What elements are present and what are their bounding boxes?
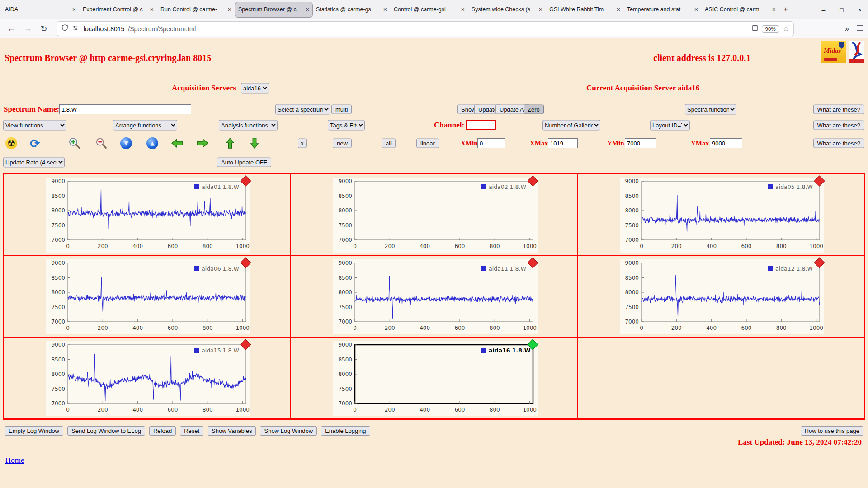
xmin-input[interactable]	[477, 138, 505, 148]
arrange-functions-dropdown[interactable]: Arrange functions	[113, 120, 177, 131]
svg-text:1000: 1000	[236, 407, 250, 413]
bookmark-star-icon[interactable]: ☆	[783, 25, 789, 33]
multi-button[interactable]: multi	[331, 105, 352, 114]
spectrum-plot: 7000750080008500900002004006008001000aid…	[333, 259, 538, 334]
browser-tab[interactable]: ASIC Control @ carm×	[702, 2, 779, 17]
tab-close-icon[interactable]: ×	[383, 6, 387, 13]
functions-row: View functions Arrange functions Analysi…	[0, 117, 868, 133]
radiation-icon[interactable]: ☢	[5, 137, 17, 149]
url-bar[interactable]: localhost:8015/Spectrum/Spectrum.tml 90%…	[57, 22, 793, 36]
tab-close-icon[interactable]: ×	[228, 6, 231, 13]
log-button-empty-log-window[interactable]: Empty Log Window	[5, 426, 63, 436]
browser-tab[interactable]: System wide Checks (s×	[468, 2, 546, 17]
layout-id-dropdown[interactable]: Layout ID=7	[650, 120, 690, 131]
analysis-functions-dropdown[interactable]: Analysis functions	[219, 120, 278, 131]
browser-tab[interactable]: AIDA×	[2, 2, 79, 17]
green-arrow-up-icon[interactable]	[224, 137, 236, 149]
tab-close-icon[interactable]: ×	[772, 6, 776, 13]
zoom-level-indicator[interactable]: 90%	[762, 25, 779, 33]
gallery-cell-aida02[interactable]: 7000750080008500900002004006008001000aid…	[291, 174, 578, 255]
tab-close-icon[interactable]: ×	[539, 6, 542, 13]
gallery-cell-aida12[interactable]: 7000750080008500900002004006008001000aid…	[577, 255, 864, 337]
browser-tab[interactable]: GSI White Rabbit Tim×	[546, 2, 623, 17]
browser-tab[interactable]: Control @ carme-gsi×	[391, 2, 468, 17]
blue-sphere-up-icon[interactable]: ▲	[146, 137, 158, 149]
tags-fits-dropdown[interactable]: Tags & Fits	[328, 120, 365, 131]
linear-button[interactable]: linear	[416, 139, 439, 148]
how-to-use-button[interactable]: How to use this page	[801, 426, 863, 436]
spectra-functions-dropdown[interactable]: Spectra functions	[685, 104, 736, 115]
gallery-cell-aida15[interactable]: 7000750080008500900002004006008001000aid…	[4, 337, 291, 419]
select-spectrum-dropdown[interactable]: Select a spectrum	[275, 104, 330, 115]
browser-tab[interactable]: Run Control @ carme-×	[157, 2, 235, 17]
auto-update-button[interactable]: Auto Update OFF	[217, 158, 271, 167]
svg-text:600: 600	[168, 407, 178, 413]
tab-close-icon[interactable]: ×	[617, 6, 620, 13]
zoom-in-icon[interactable]	[68, 136, 81, 150]
new-button[interactable]: new	[333, 139, 352, 148]
maximize-button[interactable]: □	[840, 6, 843, 14]
what-are-these-button[interactable]: What are these?	[813, 121, 864, 130]
svg-text:aida15 1.8.W: aida15 1.8.W	[202, 347, 239, 354]
green-arrow-left-icon[interactable]	[171, 138, 184, 149]
browser-tab[interactable]: Experiment Control @ c×	[80, 2, 157, 17]
home-link[interactable]: Home	[5, 456, 24, 465]
tab-close-icon[interactable]: ×	[694, 6, 698, 13]
refresh-icon[interactable]: ⟳	[30, 136, 40, 150]
reader-mode-icon[interactable]	[752, 25, 758, 33]
gallery-cell-aida06[interactable]: 7000750080008500900002004006008001000aid…	[4, 255, 291, 337]
x-button[interactable]: x	[298, 139, 307, 148]
minimize-button[interactable]: –	[822, 6, 826, 14]
tracking-protection-icon[interactable]	[61, 24, 68, 33]
browser-window: AIDA×Experiment Control @ c×Run Control …	[0, 0, 868, 488]
forward-button[interactable]: →	[21, 24, 34, 33]
log-button-show-variables[interactable]: Show Variables	[208, 426, 256, 436]
update-rate-dropdown[interactable]: Update Rate (4 secs)	[3, 157, 65, 168]
tab-close-icon[interactable]: ×	[150, 6, 154, 13]
ymax-input[interactable]	[710, 138, 742, 148]
browser-tab[interactable]: Statistics @ carme-gs×	[313, 2, 390, 17]
zoom-out-icon[interactable]	[95, 137, 108, 150]
what-are-these-button[interactable]: What are these?	[813, 105, 864, 114]
tab-close-icon[interactable]: ×	[72, 6, 76, 13]
spectrum-name-input[interactable]	[59, 104, 191, 114]
blue-sphere-down-icon[interactable]: ▼	[120, 137, 132, 149]
hamburger-menu-icon[interactable]	[856, 25, 863, 33]
overflow-menu-icon[interactable]: »	[845, 25, 849, 33]
zero-button[interactable]: Zero	[524, 105, 544, 114]
log-button-reload[interactable]: Reload	[149, 426, 176, 436]
svg-text:800: 800	[203, 325, 213, 331]
all-button[interactable]: all	[382, 139, 396, 148]
new-tab-button[interactable]: +	[779, 3, 792, 16]
svg-text:9000: 9000	[625, 260, 639, 266]
log-button-show-log-window[interactable]: Show Log Window	[260, 426, 317, 436]
close-window-button[interactable]: ×	[858, 6, 862, 14]
svg-text:0: 0	[353, 407, 357, 413]
what-are-these-button[interactable]: What are these?	[813, 139, 864, 148]
browser-tab[interactable]: Spectrum Browser @ c×	[235, 2, 312, 17]
green-arrow-down-icon[interactable]	[249, 137, 260, 149]
log-button-reset[interactable]: Reset	[180, 426, 203, 436]
svg-text:400: 400	[132, 407, 143, 413]
acquisition-server-select[interactable]: aida16	[241, 83, 269, 93]
site-info-icon[interactable]	[72, 25, 78, 33]
log-button-send-log-window-to-elog[interactable]: Send Log Window to ELog	[67, 426, 145, 436]
number-of-galleries-dropdown[interactable]: Number of Galleries	[542, 120, 600, 131]
xmax-input[interactable]	[548, 138, 578, 148]
gallery-cell-aida16[interactable]: 7000750080008500900002004006008001000aid…	[291, 337, 578, 419]
gallery-cell-aida05[interactable]: 7000750080008500900002004006008001000aid…	[577, 174, 864, 255]
tab-close-icon[interactable]: ×	[306, 6, 309, 13]
reload-button[interactable]: ↻	[37, 24, 51, 34]
gallery-cell-aida01[interactable]: 7000750080008500900002004006008001000aid…	[4, 174, 291, 255]
browser-tab[interactable]: Temperature and stat×	[624, 2, 701, 17]
view-functions-dropdown[interactable]: View functions	[3, 120, 66, 131]
tab-close-icon[interactable]: ×	[461, 6, 465, 13]
gallery-cell-aida11[interactable]: 7000750080008500900002004006008001000aid…	[291, 255, 578, 337]
back-button[interactable]: ←	[5, 24, 18, 33]
svg-text:800: 800	[490, 325, 500, 331]
channel-input[interactable]	[466, 120, 496, 130]
green-arrow-right-icon[interactable]	[196, 138, 209, 149]
svg-text:600: 600	[168, 325, 178, 331]
log-button-enable-logging[interactable]: Enable Logging	[321, 426, 370, 436]
ymin-input[interactable]	[625, 138, 656, 148]
